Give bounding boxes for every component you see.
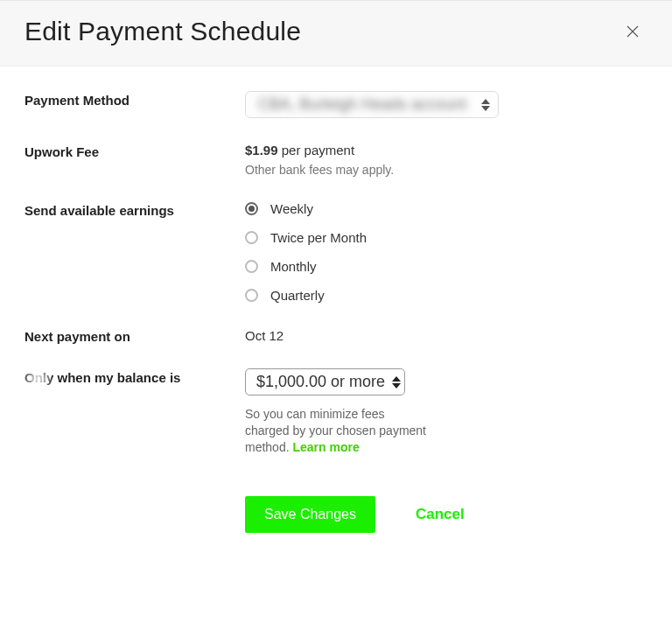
select-stepper-icon bbox=[479, 98, 493, 112]
dialog-actions: Save Changes Cancel bbox=[245, 496, 648, 533]
balance-selected: $1,000.00 or more bbox=[256, 373, 385, 391]
fee-amount: $1.99 bbox=[245, 143, 278, 158]
svg-marker-5 bbox=[392, 383, 401, 388]
radio-icon bbox=[245, 260, 258, 273]
svg-marker-3 bbox=[481, 106, 490, 111]
balance-hint: So you can minimize fees charged by your… bbox=[245, 406, 429, 456]
payment-method-row: Payment Method CBA, Burleigh Heads accou… bbox=[24, 91, 648, 118]
next-payment-label: Next payment on bbox=[24, 327, 245, 344]
schedule-row: Send available earnings Weekly Twice per… bbox=[24, 201, 648, 303]
fee-value: $1.99 per payment bbox=[245, 143, 648, 158]
next-payment-row: Next payment on Oct 12 bbox=[24, 327, 648, 344]
fee-label: Upwork Fee bbox=[24, 143, 245, 159]
blur-overlay bbox=[24, 370, 51, 388]
radio-label: Twice per Month bbox=[270, 230, 367, 245]
learn-more-link[interactable]: Learn more bbox=[292, 440, 359, 454]
radio-icon bbox=[245, 202, 258, 215]
cancel-button[interactable]: Cancel bbox=[416, 506, 465, 523]
dialog-body: Payment Method CBA, Burleigh Heads accou… bbox=[0, 66, 672, 533]
dialog-title: Edit Payment Schedule bbox=[24, 17, 301, 46]
svg-marker-2 bbox=[481, 99, 490, 104]
schedule-label: Send available earnings bbox=[24, 201, 245, 218]
radio-label: Weekly bbox=[270, 201, 313, 216]
schedule-radio-group: Weekly Twice per Month Monthly Quarterly bbox=[245, 201, 648, 303]
close-icon bbox=[625, 24, 640, 39]
fee-row: Upwork Fee $1.99 per payment Other bank … bbox=[24, 143, 648, 177]
schedule-option-weekly[interactable]: Weekly bbox=[245, 201, 648, 216]
dialog-header: Edit Payment Schedule bbox=[0, 0, 672, 66]
svg-marker-4 bbox=[392, 376, 401, 382]
schedule-option-quarterly[interactable]: Quarterly bbox=[245, 288, 648, 303]
schedule-option-twice[interactable]: Twice per Month bbox=[245, 230, 648, 245]
payment-method-label: Payment Method bbox=[24, 91, 245, 108]
select-stepper-icon bbox=[392, 375, 401, 389]
radio-icon bbox=[245, 289, 258, 302]
close-button[interactable] bbox=[618, 17, 648, 46]
schedule-option-monthly[interactable]: Monthly bbox=[245, 259, 648, 274]
payment-method-select[interactable]: CBA, Burleigh Heads account bbox=[245, 91, 499, 118]
payment-method-selected: CBA, Burleigh Heads account bbox=[258, 95, 473, 114]
balance-row: Only when my balance is $1,000.00 or mor… bbox=[24, 368, 648, 456]
next-payment-value: Oct 12 bbox=[245, 327, 648, 343]
radio-icon bbox=[245, 231, 258, 244]
balance-threshold-select[interactable]: $1,000.00 or more bbox=[245, 368, 405, 396]
radio-label: Monthly bbox=[270, 259, 317, 274]
fee-note: Other bank fees may apply. bbox=[245, 163, 648, 177]
radio-label: Quarterly bbox=[270, 288, 325, 303]
fee-per: per payment bbox=[282, 143, 354, 158]
save-button[interactable]: Save Changes bbox=[245, 496, 375, 533]
